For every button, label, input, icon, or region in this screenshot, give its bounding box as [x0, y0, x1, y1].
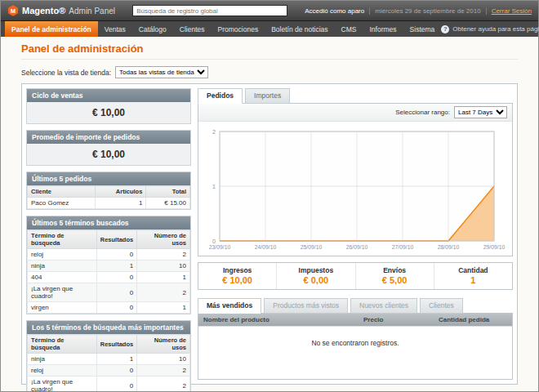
products-grid-header: Nombre del producto Precio Cantidad pedi…	[198, 314, 512, 326]
last-orders-box: Últimos 5 pedidos Cliente Artículos Tota…	[26, 172, 191, 210]
help-icon: ?	[441, 25, 449, 33]
cell-results: 0	[96, 249, 136, 261]
main-nav: Panel de administración Ventas Catálogo …	[1, 21, 538, 37]
top-header: M Magento® Admin Panel Accedió como apar…	[1, 1, 538, 21]
cell-uses: 10	[137, 261, 190, 272]
total-revenue: Ingresos € 10,00	[198, 263, 276, 289]
range-bar: Seleccionar rango: Last 7 Days	[198, 104, 512, 122]
column-header-price: Precio	[359, 314, 434, 326]
cell-uses: 10	[137, 354, 190, 365]
svg-text:1: 1	[212, 184, 216, 189]
top-search-terms-title: Los 5 términos de búsqueda más important…	[27, 321, 190, 334]
column-header-uses: Número de usos	[137, 335, 190, 354]
last-search-terms-title: Últimos 5 términos buscados	[27, 216, 190, 229]
nav-item-system[interactable]: Sistema	[403, 21, 442, 37]
nav-item-promotions[interactable]: Promociones	[212, 21, 265, 37]
table-row[interactable]: reloj 0 2	[28, 249, 190, 261]
global-search-wrap	[122, 5, 298, 16]
store-view-label: Seleccione la vista de tienda:	[21, 69, 111, 77]
lifetime-sales-title: Ciclo de ventas	[27, 89, 190, 102]
session-info: Accedió como aparo miércoles 29 de septi…	[305, 7, 532, 15]
cell-results: 0	[96, 365, 136, 376]
chart-panel: Seleccionar rango: Last 7 Days 23/09/102…	[198, 103, 513, 256]
svg-text:0: 0	[212, 238, 216, 244]
cell-results: 1	[96, 261, 136, 272]
top-search-terms-table: Término de búsqueda Resultados Número de…	[27, 334, 190, 391]
last-orders-table: Cliente Artículos Total Paco Gomez 1 € 1…	[27, 185, 190, 209]
tab-new-customers[interactable]: Nuevos clientes	[350, 298, 417, 314]
orders-chart: 23/09/1024/09/1025/09/1026/09/1027/09/10…	[203, 125, 507, 254]
nav-item-reports[interactable]: Informes	[363, 21, 403, 37]
totals-bar: Ingresos € 10,00 Impuestos € 0,00 Envíos…	[198, 262, 513, 290]
total-value: € 0,00	[277, 275, 354, 285]
cell-results: 0	[96, 283, 136, 302]
total-shipping: Envíos € 5,00	[355, 263, 434, 289]
empty-records-message: No se encontraron registros.	[198, 326, 512, 379]
brand: M Magento® Admin Panel	[7, 5, 115, 16]
current-date: miércoles 29 de septiembre de 2010	[369, 7, 480, 15]
page-help-link[interactable]: ? Obtener ayuda para esta página	[441, 21, 539, 37]
last-search-terms-table: Término de búsqueda Resultados Número de…	[27, 229, 190, 314]
grid-tabs: Más vendidos Productos más vistos Nuevos…	[198, 298, 513, 313]
last-search-terms-box: Últimos 5 términos buscados Término de b…	[26, 216, 191, 314]
page-title: Panel de administración	[21, 42, 518, 60]
svg-text:28/09/10: 28/09/10	[438, 244, 460, 250]
table-row[interactable]: virgen 0 1	[28, 302, 190, 314]
nav-item-sales[interactable]: Ventas	[98, 21, 132, 37]
magento-admin-page: M Magento® Admin Panel Accedió como apar…	[0, 0, 539, 392]
logout-link[interactable]: Cerrar Sesión	[486, 7, 532, 15]
average-orders-box: Promedio de importe de pedidos € 10,00	[26, 130, 191, 166]
tab-bestsellers[interactable]: Más vendidos	[198, 298, 261, 314]
tab-orders[interactable]: Pedidos	[198, 88, 243, 104]
table-row[interactable]: ¡La virgen que cuadro! 0 2	[28, 283, 190, 302]
store-view-select[interactable]: Todas las vistas de tienda	[115, 66, 208, 78]
svg-text:23/09/10: 23/09/10	[209, 244, 231, 250]
top-search-terms-box: Los 5 términos de búsqueda más important…	[26, 320, 191, 391]
global-search-input[interactable]	[132, 5, 287, 16]
store-view-switcher: Seleccione la vista de tienda: Todas las…	[21, 66, 518, 78]
cell-uses: 2	[137, 365, 190, 376]
nav-item-newsletter[interactable]: Boletín de noticias	[265, 21, 334, 37]
products-grid: Nombre del producto Precio Cantidad pedi…	[198, 313, 513, 380]
brand-suffix: Admin Panel	[69, 7, 115, 16]
brand-name: Magento®	[22, 6, 65, 16]
cell-results: 1	[96, 354, 136, 365]
table-row[interactable]: reloj 0 2	[28, 365, 190, 376]
column-header-uses: Número de usos	[137, 230, 190, 249]
column-header-items: Artículos	[95, 186, 145, 198]
tab-customers[interactable]: Clientes	[420, 298, 463, 314]
cell-uses: 2	[137, 283, 190, 302]
total-label: Ingresos	[198, 266, 276, 274]
range-select[interactable]: Last 7 Days	[454, 106, 507, 118]
dashboard-sidebar: Ciclo de ventas € 10,00 Promedio de impo…	[26, 88, 191, 380]
nav-item-customers[interactable]: Clientes	[173, 21, 212, 37]
magento-logo-icon: M	[7, 5, 19, 16]
cell-results: 0	[96, 302, 136, 314]
nav-item-cms[interactable]: CMS	[335, 21, 363, 37]
average-orders-value: € 10,00	[27, 144, 190, 165]
cell-uses: 2	[137, 249, 190, 261]
lifetime-sales-box: Ciclo de ventas € 10,00	[26, 88, 191, 124]
table-row[interactable]: 404 0 1	[28, 272, 190, 283]
total-tax: Impuestos € 0,00	[276, 263, 354, 289]
column-header-product: Nombre del producto	[198, 314, 359, 326]
nav-item-dashboard[interactable]: Panel de administración	[5, 21, 98, 37]
table-row[interactable]: ninja 1 10	[28, 354, 190, 365]
svg-text:2: 2	[212, 129, 216, 135]
lifetime-sales-value: € 10,00	[27, 102, 190, 123]
tab-amounts[interactable]: Importes	[245, 88, 290, 104]
table-row[interactable]: ninja 1 10	[28, 261, 190, 272]
cell-uses: 1	[137, 272, 190, 283]
table-row[interactable]: ¡La virgen que cuadro! 0 2	[28, 376, 190, 392]
nav-item-catalog[interactable]: Catálogo	[132, 21, 173, 37]
total-value: € 5,00	[356, 275, 434, 285]
last-orders-title: Últimos 5 pedidos	[27, 172, 190, 185]
cell-term: ninja	[28, 354, 97, 365]
svg-text:25/09/10: 25/09/10	[301, 244, 323, 250]
svg-text:27/09/10: 27/09/10	[392, 244, 414, 250]
cell-results: 0	[96, 376, 136, 392]
cell-term: reloj	[28, 249, 97, 261]
table-row[interactable]: Paco Gomez 1 € 15.00	[28, 198, 190, 209]
tab-most-viewed[interactable]: Productos más vistos	[264, 298, 348, 314]
svg-text:26/09/10: 26/09/10	[346, 244, 368, 250]
